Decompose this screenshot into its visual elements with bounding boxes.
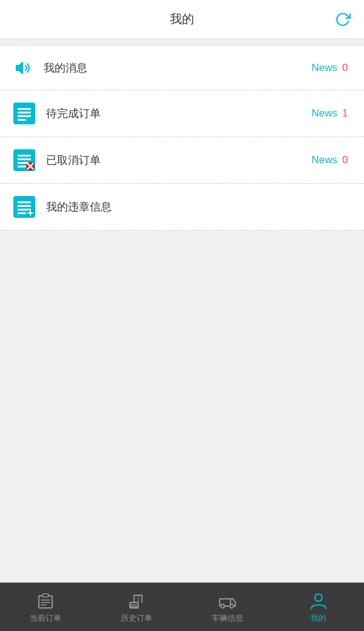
svg-point-21 [29, 212, 32, 215]
svg-rect-17 [18, 205, 31, 207]
my-messages-label: 我的消息 [44, 61, 311, 75]
svg-rect-24 [27, 212, 29, 214]
tab-history-orders[interactable]: 历史订单 [91, 583, 182, 631]
svg-rect-25 [32, 212, 33, 214]
svg-rect-23 [30, 214, 31, 216]
page-title: 我的 [170, 11, 194, 27]
svg-rect-16 [18, 201, 31, 203]
svg-rect-27 [42, 594, 49, 597]
my-messages-news: News [311, 62, 337, 74]
menu-list: 我的消息 News 0 待完成订单 News 1 [0, 46, 364, 231]
svg-point-39 [221, 604, 224, 608]
svg-rect-9 [18, 158, 31, 160]
pending-orders-news: News [311, 107, 337, 120]
svg-rect-11 [18, 166, 26, 167]
svg-rect-8 [18, 155, 31, 157]
menu-item-cancelled-orders[interactable]: 已取消订单 News 0 [0, 137, 364, 184]
refresh-button[interactable] [334, 10, 352, 29]
header: 我的 [0, 0, 364, 39]
svg-marker-1 [16, 61, 23, 75]
pending-orders-count: 1 [342, 107, 352, 120]
menu-item-violations[interactable]: 我的违章信息 [0, 184, 364, 231]
svg-rect-5 [18, 115, 31, 117]
tab-vehicle-info[interactable]: 车辆信息 [182, 583, 273, 631]
pending-orders-label: 待完成订单 [46, 106, 311, 121]
refresh-icon [335, 12, 351, 27]
svg-point-40 [230, 604, 234, 608]
content-area: 我的消息 News 0 待完成订单 News 1 [0, 39, 364, 582]
tab-vehicle-info-label: 车辆信息 [212, 613, 243, 624]
cancelled-icon [12, 148, 36, 172]
svg-rect-4 [18, 112, 31, 113]
tab-bar: 当前订单 历史订单 [0, 582, 364, 631]
menu-item-pending-orders[interactable]: 待完成订单 News 1 [0, 90, 364, 137]
violations-label: 我的违章信息 [46, 200, 352, 214]
svg-rect-19 [18, 212, 26, 214]
svg-point-41 [315, 594, 322, 601]
cancelled-orders-label: 已取消订单 [46, 153, 311, 167]
svg-rect-6 [18, 119, 26, 121]
my-messages-count: 0 [342, 62, 352, 74]
menu-item-my-messages[interactable]: 我的消息 News 0 [0, 46, 364, 90]
cancelled-orders-count: 0 [342, 154, 352, 166]
svg-rect-18 [18, 209, 31, 211]
speaker-icon [12, 57, 34, 79]
tab-current-orders[interactable]: 当前订单 [0, 583, 91, 631]
tab-current-orders-label: 当前订单 [30, 613, 61, 624]
svg-rect-26 [39, 596, 52, 608]
cancelled-orders-news: News [311, 154, 337, 166]
list-icon [12, 101, 36, 126]
tab-history-orders-label: 历史订单 [121, 613, 152, 624]
tab-mine-label: 我的 [311, 613, 326, 624]
svg-rect-22 [30, 210, 31, 212]
clipboard-icon [36, 591, 55, 610]
tab-mine[interactable]: 我的 [273, 583, 364, 631]
truck-icon [218, 591, 237, 610]
user-icon [309, 591, 328, 610]
history-icon [127, 591, 146, 610]
svg-rect-3 [18, 108, 31, 110]
violation-icon [12, 195, 36, 219]
